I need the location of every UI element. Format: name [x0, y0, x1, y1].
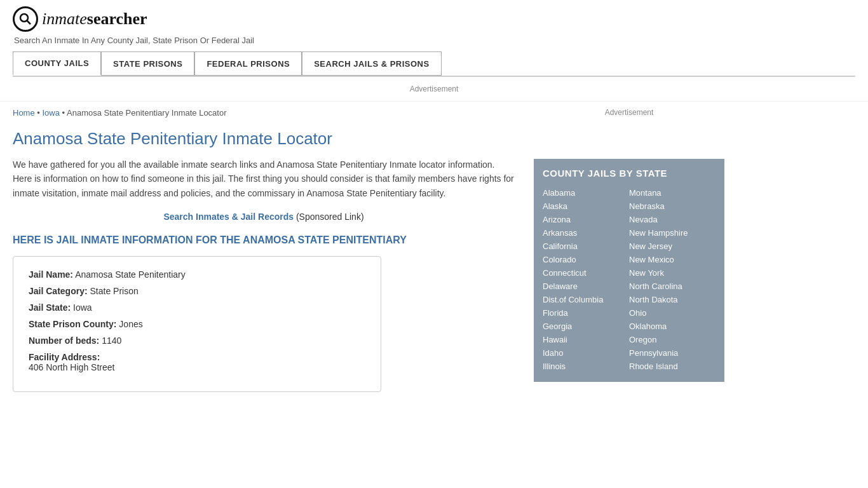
jail-beds-row: Number of beds: 1140: [29, 336, 365, 346]
jail-address-row: Facility Address: 406 North High Street: [29, 352, 365, 372]
state-link-oklahoma[interactable]: Oklahoma: [629, 320, 715, 333]
state-link-idaho[interactable]: Idaho: [543, 346, 629, 360]
state-col-2: MontanaNebraskaNevadaNew HampshireNew Je…: [629, 186, 715, 373]
state-link-nevada[interactable]: Nevada: [629, 213, 715, 226]
breadcrumb: Home • Iowa • Anamosa State Penitentiary…: [13, 108, 515, 118]
breadcrumb-home[interactable]: Home: [13, 108, 35, 118]
state-link-oregon[interactable]: Oregon: [629, 333, 715, 346]
nav-btn-state-prisons[interactable]: STATE PRISONS: [101, 51, 194, 76]
sidebar: Advertisement COUNTY JAILS BY STATE Alab…: [534, 108, 724, 405]
state-link-ohio[interactable]: Ohio: [629, 306, 715, 320]
site-tagline: Search An Inmate In Any County Jail, Sta…: [13, 36, 855, 45]
jail-county-row: State Prison County: Jones: [29, 319, 365, 329]
jail-info-box: Jail Name: Anamosa State Penitentiary Ja…: [13, 256, 381, 392]
jail-category-label: Jail Category:: [29, 286, 88, 296]
sponsored-suffix: (Sponsored Link): [296, 212, 364, 222]
state-link-florida[interactable]: Florida: [543, 306, 629, 320]
state-link-connecticut[interactable]: Connecticut: [543, 266, 629, 280]
state-box: COUNTY JAILS BY STATE AlabamaAlaskaArizo…: [534, 159, 724, 382]
jail-county-value-text: Jones: [119, 319, 142, 329]
state-link-new-mexico[interactable]: New Mexico: [629, 253, 715, 266]
state-link-california[interactable]: California: [543, 240, 629, 253]
nav-btn-county-jails[interactable]: COUNTY JAILS: [13, 51, 101, 76]
jail-beds-value-text: 1140: [102, 336, 121, 346]
breadcrumb-state[interactable]: Iowa: [42, 108, 59, 118]
state-link-illinois[interactable]: Illinois: [543, 360, 629, 373]
jail-state-label: Jail State:: [29, 302, 71, 313]
jail-address-value: 406 North High Street: [29, 362, 365, 372]
state-link-arizona[interactable]: Arizona: [543, 213, 629, 226]
state-link-new-york[interactable]: New York: [629, 266, 715, 280]
jail-name-label: Jail Name:: [29, 269, 73, 280]
state-grid: AlabamaAlaskaArizonaArkansasCaliforniaCo…: [543, 186, 715, 373]
state-box-title: COUNTY JAILS BY STATE: [543, 168, 715, 179]
state-link-delaware[interactable]: Delaware: [543, 280, 629, 293]
svg-point-0: [20, 14, 28, 22]
jail-name-value-text: Anamosa State Penitentiary: [75, 269, 186, 280]
state-link-nebraska[interactable]: Nebraska: [629, 200, 715, 213]
main-nav: COUNTY JAILSSTATE PRISONSFEDERAL PRISONS…: [13, 51, 855, 77]
state-link-north-carolina[interactable]: North Carolina: [629, 280, 715, 293]
state-link-alabama[interactable]: Alabama: [543, 186, 629, 200]
jail-address-label: Facility Address:: [29, 352, 365, 362]
sponsored-link[interactable]: Search Inmates & Jail Records: [163, 212, 294, 222]
page-title: Anamosa State Penitentiary Inmate Locato…: [13, 129, 515, 149]
state-link-colorado[interactable]: Colorado: [543, 253, 629, 266]
state-link-arkansas[interactable]: Arkansas: [543, 226, 629, 240]
jail-county-label: State Prison County:: [29, 319, 116, 329]
jail-beds-label: Number of beds:: [29, 336, 99, 346]
page-description: We have gathered for you all the availab…: [13, 158, 515, 200]
jail-category-value-text: State Prison: [90, 286, 138, 296]
nav-btn-federal-prisons[interactable]: FEDERAL PRISONS: [194, 51, 302, 76]
state-col-1: AlabamaAlaskaArizonaArkansasCaliforniaCo…: [543, 186, 629, 373]
state-link-montana[interactable]: Montana: [629, 186, 715, 200]
state-link-north-dakota[interactable]: North Dakota: [629, 293, 715, 306]
logo-icon: [13, 6, 38, 32]
state-link-rhode-island[interactable]: Rhode Island: [629, 360, 715, 373]
logo-area: inmatesearcher: [13, 6, 855, 32]
breadcrumb-current: Anamosa State Penitentiary Inmate Locato…: [67, 108, 226, 118]
state-link-georgia[interactable]: Georgia: [543, 320, 629, 333]
state-link-new-hampshire[interactable]: New Hampshire: [629, 226, 715, 240]
jail-category-row: Jail Category: State Prison: [29, 286, 365, 296]
site-logo-text[interactable]: inmatesearcher: [42, 10, 147, 29]
state-link-alaska[interactable]: Alaska: [543, 200, 629, 213]
sidebar-ad: Advertisement: [534, 108, 724, 146]
jail-state-value-text: Iowa: [73, 302, 92, 313]
top-ad-banner: Advertisement: [0, 77, 868, 102]
sponsored-link-container: Search Inmates & Jail Records (Sponsored…: [13, 212, 515, 222]
state-link-hawaii[interactable]: Hawaii: [543, 333, 629, 346]
jail-state-row: Jail State: Iowa: [29, 302, 365, 313]
jail-name-row: Jail Name: Anamosa State Penitentiary: [29, 269, 365, 280]
section-header: HERE IS JAIL INMATE INFORMATION FOR THE …: [13, 234, 515, 246]
nav-btn-search-jails-and-prisons[interactable]: SEARCH JAILS & PRISONS: [302, 51, 441, 76]
state-link-pennsylvania[interactable]: Pennsylvania: [629, 346, 715, 360]
svg-line-1: [27, 21, 31, 25]
state-link-new-jersey[interactable]: New Jersey: [629, 240, 715, 253]
state-link-distof-columbia[interactable]: Dist.of Columbia: [543, 293, 629, 306]
